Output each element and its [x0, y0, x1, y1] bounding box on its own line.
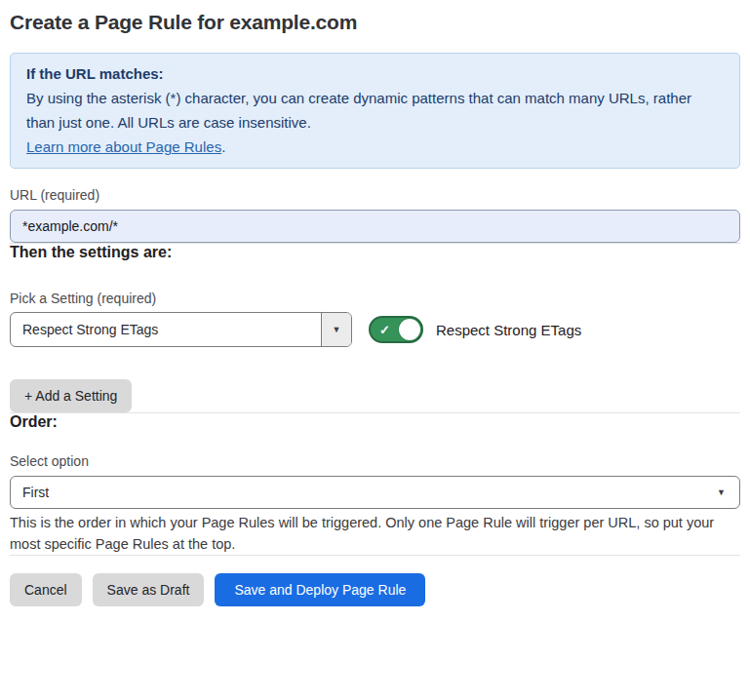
order-section-heading: Order: [10, 413, 740, 431]
save-draft-button[interactable]: Save as Draft [93, 573, 205, 606]
cancel-button[interactable]: Cancel [10, 573, 82, 606]
save-deploy-button[interactable]: Save and Deploy Page Rule [215, 573, 425, 606]
settings-section-heading: Then the settings are: [10, 244, 740, 261]
page-title: Create a Page Rule for example.com [10, 11, 740, 34]
order-select-value: First [22, 485, 49, 500]
chevron-down-icon: ▼ [717, 488, 726, 497]
learn-more-link[interactable]: Learn more about Page Rules [26, 138, 221, 155]
pick-setting-label: Pick a Setting (required) [10, 291, 740, 306]
footer-divider [10, 555, 740, 556]
create-page-rule-form: Create a Page Rule for example.com If th… [0, 0, 750, 606]
respect-etags-toggle[interactable]: ✓ [369, 316, 423, 343]
url-input[interactable] [10, 210, 740, 243]
info-box-body: By using the asterisk (*) character, you… [26, 86, 724, 135]
setting-row: Respect Strong ETags ▼ ✓ Respect Strong … [10, 312, 740, 347]
setting-select[interactable]: Respect Strong ETags ▼ [10, 312, 352, 347]
etags-toggle-group: ✓ Respect Strong ETags [369, 316, 581, 343]
url-match-info-box: If the URL matches: By using the asteris… [10, 53, 740, 169]
url-field-label: URL (required) [10, 187, 740, 203]
order-select-label: Select option [10, 453, 740, 469]
toggle-knob [399, 319, 420, 340]
order-help-text: This is the order in which your Page Rul… [10, 513, 736, 555]
setting-select-arrow-button[interactable]: ▼ [321, 313, 351, 346]
chevron-down-icon: ▼ [333, 326, 341, 334]
footer-actions: Cancel Save as Draft Save and Deploy Pag… [10, 573, 740, 606]
info-box-heading: If the URL matches: [26, 61, 724, 86]
order-select[interactable]: First ▼ [10, 476, 740, 509]
add-setting-button[interactable]: + Add a Setting [10, 379, 132, 412]
setting-select-value: Respect Strong ETags [11, 313, 321, 346]
link-suffix: . [221, 138, 225, 155]
check-icon: ✓ [379, 324, 390, 336]
etags-toggle-label: Respect Strong ETags [436, 322, 581, 338]
info-link-row: Learn more about Page Rules. [26, 135, 724, 159]
